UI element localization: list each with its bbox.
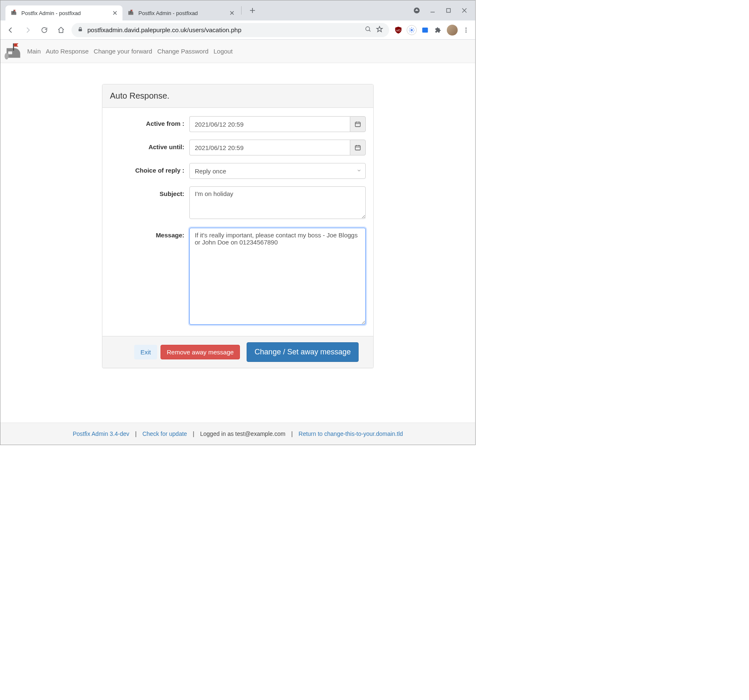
svg-point-5 — [366, 27, 369, 31]
back-button[interactable] — [5, 24, 17, 36]
profile-avatar[interactable] — [447, 25, 458, 36]
tab-title: Postfix Admin - postfixad — [138, 10, 225, 16]
panel-body: Active from : Active until: — [102, 108, 373, 336]
svg-text:uO: uO — [396, 28, 400, 32]
svg-rect-0 — [13, 10, 14, 13]
svg-point-7 — [410, 29, 413, 31]
tab-title: Postfix Admin - postfixad — [21, 10, 108, 16]
calendar-icon[interactable] — [350, 116, 366, 132]
extension-gear-icon[interactable] — [407, 25, 417, 35]
extensions-puzzle-icon[interactable] — [433, 25, 443, 35]
zoom-icon[interactable] — [365, 26, 372, 34]
browser-tab[interactable]: Postfix Admin - postfixad — [122, 5, 239, 20]
window-controls — [406, 0, 475, 20]
svg-point-12 — [5, 53, 9, 59]
chrome-account-icon[interactable] — [413, 7, 420, 14]
mailbox-favicon-icon — [127, 9, 135, 17]
browser-toolbar: postfixadmin.david.palepurple.co.uk/user… — [0, 20, 475, 40]
input-subject[interactable]: I'm on holiday — [189, 186, 366, 219]
close-window-icon[interactable] — [461, 7, 468, 14]
main-area: Auto Response. Active from : — [0, 63, 475, 423]
label-choice: Choice of reply : — [110, 163, 189, 174]
extensions-area: uO — [393, 25, 471, 36]
browser-tab-active[interactable]: Postfix Admin - postfixad — [5, 5, 122, 20]
label-message: Message: — [110, 228, 189, 239]
exit-button[interactable]: Exit — [134, 345, 157, 359]
titlebar: Postfix Admin - postfixad Postfix Admin … — [0, 0, 475, 20]
row-choice: Choice of reply : Reply once — [110, 163, 366, 179]
new-tab-button[interactable] — [247, 5, 258, 16]
nav-main[interactable]: Main — [25, 41, 43, 61]
page-content: Main Auto Response Change your forward C… — [0, 40, 475, 445]
footer-sep: | — [291, 430, 293, 437]
panel-title: Auto Response. — [110, 91, 366, 101]
tabs-area: Postfix Admin - postfixad Postfix Admin … — [0, 0, 406, 20]
input-active-until[interactable] — [189, 140, 350, 155]
remove-away-button[interactable]: Remove away message — [160, 345, 240, 359]
svg-rect-4 — [79, 29, 82, 31]
label-active-from: Active from : — [110, 116, 189, 127]
maximize-icon[interactable] — [445, 7, 452, 14]
footer-sep: | — [193, 430, 194, 437]
chrome-menu-icon[interactable] — [461, 25, 471, 35]
browser-window: Postfix Admin - postfixad Postfix Admin … — [0, 0, 476, 445]
svg-point-11 — [466, 31, 467, 33]
svg-rect-8 — [422, 28, 428, 33]
ublock-icon[interactable]: uO — [393, 25, 403, 35]
footer-check-update-link[interactable]: Check for update — [143, 430, 187, 437]
input-message[interactable]: If it's really important, please contact… — [189, 228, 366, 325]
reload-button[interactable] — [38, 24, 51, 36]
svg-rect-1 — [130, 10, 131, 13]
nav-logout[interactable]: Logout — [211, 41, 235, 61]
row-active-from: Active from : — [110, 116, 366, 132]
app-logo[interactable] — [3, 41, 25, 61]
footer-sep: | — [135, 430, 137, 437]
svg-rect-13 — [13, 43, 14, 50]
nav-auto-response[interactable]: Auto Response — [43, 41, 92, 61]
minimize-icon[interactable] — [429, 7, 436, 14]
page-footer: Postfix Admin 3.4-dev | Check for update… — [0, 423, 475, 445]
svg-rect-14 — [8, 51, 13, 54]
lock-icon — [77, 26, 83, 33]
footer-return-link[interactable]: Return to change-this-to-your.domain.tld — [298, 430, 403, 437]
address-bar[interactable]: postfixadmin.david.palepurple.co.uk/user… — [71, 23, 389, 37]
select-choice[interactable]: Reply once — [189, 163, 366, 179]
footer-version-link[interactable]: Postfix Admin 3.4-dev — [73, 430, 129, 437]
row-message: Message: If it's really important, pleas… — [110, 228, 366, 326]
mailbox-favicon-icon — [10, 9, 18, 17]
svg-point-10 — [466, 29, 467, 31]
label-subject: Subject: — [110, 186, 189, 197]
svg-point-9 — [466, 28, 467, 29]
footer-logged-in: Logged in as test@example.com — [200, 430, 285, 437]
panel-footer: Exit Remove away message Change / Set aw… — [102, 336, 373, 368]
nav-change-password[interactable]: Change Password — [155, 41, 211, 61]
svg-rect-15 — [355, 122, 360, 127]
svg-rect-3 — [447, 9, 451, 13]
row-subject: Subject: I'm on holiday — [110, 186, 366, 220]
row-active-until: Active until: — [110, 140, 366, 155]
forward-button[interactable] — [21, 24, 34, 36]
url-text: postfixadmin.david.palepurple.co.uk/user… — [87, 26, 361, 33]
extension-blue-icon[interactable] — [420, 25, 430, 35]
panel-heading: Auto Response. — [102, 84, 373, 108]
home-button[interactable] — [55, 24, 67, 36]
app-navbar: Main Auto Response Change your forward C… — [0, 40, 475, 63]
tab-separator — [241, 6, 242, 15]
nav-change-forward[interactable]: Change your forward — [91, 41, 155, 61]
input-active-from[interactable] — [189, 116, 350, 132]
tab-close-icon[interactable] — [229, 10, 235, 16]
change-away-button[interactable]: Change / Set away message — [247, 342, 359, 362]
nav-links: Main Auto Response Change your forward C… — [25, 41, 235, 61]
svg-rect-16 — [355, 145, 360, 150]
bookmark-star-icon[interactable] — [376, 25, 383, 34]
label-active-until: Active until: — [110, 140, 189, 150]
tab-close-icon[interactable] — [112, 10, 118, 16]
calendar-icon[interactable] — [350, 140, 366, 155]
auto-response-panel: Auto Response. Active from : — [102, 84, 374, 368]
